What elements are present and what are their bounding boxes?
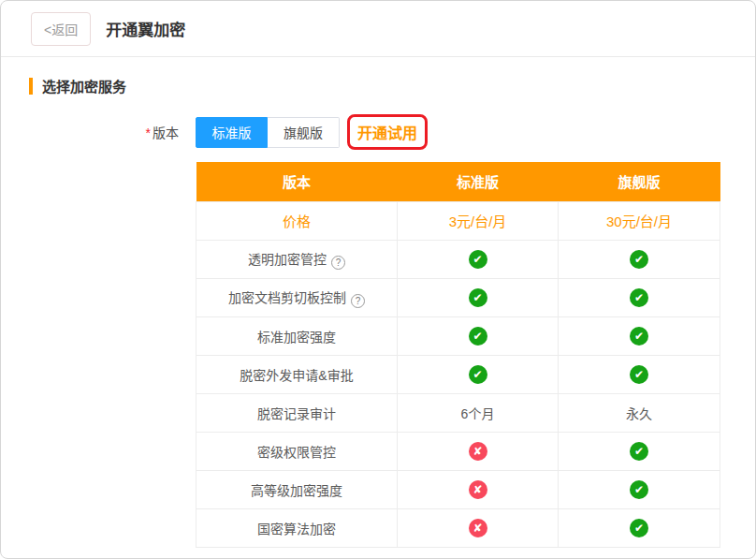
table-header-row: 版本 标准版 旗舰版 bbox=[196, 162, 720, 201]
feature-ultimate-cell: ✔ bbox=[559, 470, 720, 508]
open-trial-link[interactable]: 开通试用 bbox=[347, 114, 428, 150]
version-label-text: 版本 bbox=[153, 125, 179, 140]
feature-label-cell: 国密算法加密 bbox=[196, 508, 398, 547]
feature-ultimate-cell: ✔ bbox=[559, 355, 720, 393]
feature-ultimate-cell: ✔ bbox=[559, 278, 720, 316]
check-icon: ✔ bbox=[630, 327, 648, 346]
price-label-cell: 价格 bbox=[196, 201, 398, 240]
version-label: *版本 bbox=[1, 123, 196, 141]
feature-row: 高等级加密强度 ✘ ✔ bbox=[196, 470, 720, 508]
help-icon[interactable]: ? bbox=[351, 294, 365, 308]
feature-row: 脱密记录审计 6个月 永久 bbox=[196, 393, 720, 432]
feature-row: 脱密外发申请&审批 ✔ ✔ bbox=[196, 355, 720, 393]
check-icon: ✔ bbox=[630, 442, 648, 461]
feature-label-cell: 脱密外发申请&审批 bbox=[196, 355, 398, 393]
feature-ultimate-cell: 永久 bbox=[559, 393, 720, 432]
feature-label-text: 标准加密强度 bbox=[257, 330, 336, 345]
feature-standard-cell: ✘ bbox=[398, 508, 559, 547]
price-row: 价格 3元/台/月 30元/台/月 bbox=[196, 201, 720, 240]
check-icon: ✔ bbox=[630, 480, 648, 499]
page-card: <返回 开通翼加密 选择加密服务 *版本 标准版 旗舰版 开通试用 版本 标准版… bbox=[0, 0, 756, 559]
feature-row: 加密文档剪切板控制? ✔ ✔ bbox=[196, 278, 720, 316]
topbar: <返回 开通翼加密 bbox=[1, 1, 755, 57]
feature-label-text: 加密文档剪切板控制 bbox=[228, 290, 346, 305]
feature-label-text: 透明加密管控 bbox=[248, 252, 327, 267]
check-icon: ✔ bbox=[469, 250, 487, 269]
feature-standard-cell: ✔ bbox=[398, 355, 559, 393]
feature-standard-cell: ✔ bbox=[398, 316, 559, 355]
feature-row: 密级权限管控 ✘ ✔ bbox=[196, 432, 720, 470]
feature-rows-body: 价格 3元/台/月 30元/台/月 透明加密管控? ✔ ✔ 加密文档剪切板控制?… bbox=[196, 201, 720, 547]
help-icon[interactable]: ? bbox=[331, 256, 345, 270]
cross-icon: ✘ bbox=[469, 480, 487, 499]
feature-ultimate-cell: ✔ bbox=[559, 508, 720, 547]
price-standard-cell: 3元/台/月 bbox=[398, 201, 559, 240]
back-button[interactable]: <返回 bbox=[31, 12, 91, 46]
feature-row: 标准加密强度 ✔ ✔ bbox=[196, 316, 720, 355]
feature-standard-cell: ✘ bbox=[398, 432, 559, 470]
check-icon: ✔ bbox=[630, 519, 648, 537]
feature-label-cell: 标准加密强度 bbox=[196, 316, 398, 355]
check-icon: ✔ bbox=[630, 250, 648, 269]
check-icon: ✔ bbox=[469, 327, 487, 346]
version-form-row: *版本 标准版 旗舰版 开通试用 bbox=[1, 114, 755, 150]
check-icon: ✔ bbox=[469, 288, 487, 307]
accent-bar-icon bbox=[29, 78, 33, 95]
cross-icon: ✘ bbox=[469, 519, 487, 537]
header-cell-standard: 标准版 bbox=[398, 162, 559, 201]
page-title: 开通翼加密 bbox=[106, 17, 185, 40]
feature-label-text: 脱密记录审计 bbox=[257, 406, 336, 421]
tab-standard-version[interactable]: 标准版 bbox=[196, 117, 268, 148]
feature-label-cell: 高等级加密强度 bbox=[196, 470, 398, 508]
check-icon: ✔ bbox=[469, 365, 487, 384]
feature-row: 透明加密管控? ✔ ✔ bbox=[196, 240, 720, 278]
feature-label-text: 高等级加密强度 bbox=[251, 483, 342, 498]
tab-ultimate-version[interactable]: 旗舰版 bbox=[268, 117, 340, 148]
feature-ultimate-cell: ✔ bbox=[559, 316, 720, 355]
version-compare-table: 版本 标准版 旗舰版 价格 3元/台/月 30元/台/月 透明加密管控? ✔ ✔… bbox=[196, 162, 720, 548]
section-header: 选择加密服务 bbox=[29, 76, 755, 96]
feature-label-text: 国密算法加密 bbox=[257, 522, 336, 537]
feature-label-text: 密级权限管控 bbox=[257, 445, 336, 460]
feature-ultimate-cell: ✔ bbox=[559, 240, 720, 278]
feature-row: 国密算法加密 ✘ ✔ bbox=[196, 508, 720, 547]
section-title: 选择加密服务 bbox=[42, 76, 126, 96]
check-icon: ✔ bbox=[630, 288, 648, 307]
feature-standard-cell: ✘ bbox=[398, 470, 559, 508]
cross-icon: ✘ bbox=[469, 442, 487, 461]
feature-standard-cell: ✔ bbox=[398, 278, 559, 316]
feature-label-text: 脱密外发申请&审批 bbox=[240, 368, 353, 383]
feature-label-cell: 脱密记录审计 bbox=[196, 393, 398, 432]
feature-standard-cell: ✔ bbox=[398, 240, 559, 278]
feature-standard-cell: 6个月 bbox=[398, 393, 559, 432]
feature-label-cell: 加密文档剪切板控制? bbox=[196, 278, 398, 316]
check-icon: ✔ bbox=[630, 365, 648, 384]
feature-label-cell: 密级权限管控 bbox=[196, 432, 398, 470]
feature-label-cell: 透明加密管控? bbox=[196, 240, 398, 278]
price-ultimate-cell: 30元/台/月 bbox=[559, 201, 720, 240]
feature-ultimate-cell: ✔ bbox=[559, 432, 720, 470]
header-cell-ultimate: 旗舰版 bbox=[559, 162, 720, 201]
header-cell-version: 版本 bbox=[196, 162, 398, 201]
required-asterisk: * bbox=[146, 125, 151, 140]
version-tab-group: 标准版 旗舰版 bbox=[196, 117, 340, 148]
